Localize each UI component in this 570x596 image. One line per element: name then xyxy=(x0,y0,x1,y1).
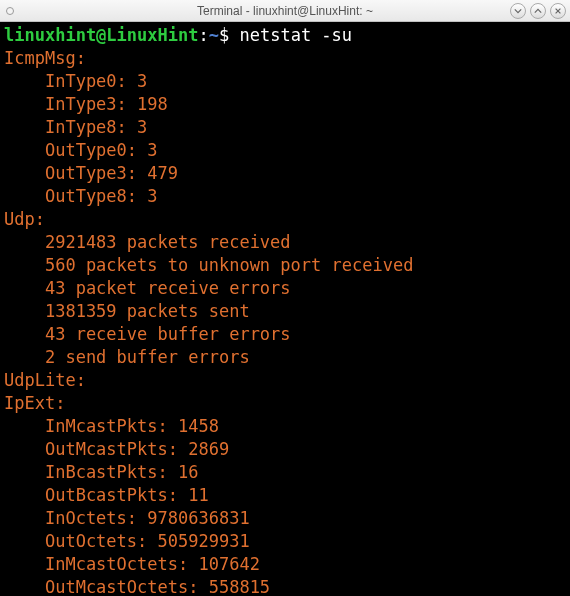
window-controls xyxy=(510,3,566,19)
output-line: 1381359 packets sent xyxy=(4,300,566,323)
output-line: InType3: 198 xyxy=(4,93,566,116)
chevron-up-icon xyxy=(534,7,542,15)
output-line: InType0: 3 xyxy=(4,70,566,93)
output-line: OutOctets: 505929931 xyxy=(4,530,566,553)
output-line: InMcastOctets: 107642 xyxy=(4,553,566,576)
window-title: Terminal - linuxhint@LinuxHint: ~ xyxy=(197,4,373,18)
output-line: 2 send buffer errors xyxy=(4,346,566,369)
prompt-path: ~ xyxy=(209,25,219,45)
icmp-header: IcmpMsg: xyxy=(4,47,566,70)
output-line: 560 packets to unknown port received xyxy=(4,254,566,277)
maximize-button[interactable] xyxy=(530,3,546,19)
command-text: netstat -su xyxy=(229,25,352,45)
udp-header: Udp: xyxy=(4,208,566,231)
prompt-user-host: linuxhint@LinuxHint xyxy=(4,25,198,45)
udplite-header: UdpLite: xyxy=(4,369,566,392)
output-line: OutBcastPkts: 11 xyxy=(4,484,566,507)
output-line: OutMcastOctets: 558815 xyxy=(4,576,566,596)
output-line: OutMcastPkts: 2869 xyxy=(4,438,566,461)
output-line: InBcastPkts: 16 xyxy=(4,461,566,484)
output-line: OutType8: 3 xyxy=(4,185,566,208)
prompt-dollar: $ xyxy=(219,25,229,45)
window-titlebar: Terminal - linuxhint@LinuxHint: ~ xyxy=(0,0,570,22)
output-line: 43 packet receive errors xyxy=(4,277,566,300)
output-line: OutType3: 479 xyxy=(4,162,566,185)
output-line: InOctets: 9780636831 xyxy=(4,507,566,530)
output-line: 43 receive buffer errors xyxy=(4,323,566,346)
output-line: InMcastPkts: 1458 xyxy=(4,415,566,438)
output-line: 2921483 packets received xyxy=(4,231,566,254)
terminal-content[interactable]: linuxhint@LinuxHint:~$ netstat -su IcmpM… xyxy=(0,22,570,596)
ipext-header: IpExt: xyxy=(4,392,566,415)
close-button[interactable] xyxy=(550,3,566,19)
chevron-down-icon xyxy=(514,7,522,15)
command-value: netstat -su xyxy=(239,25,352,45)
titlebar-menu-dot[interactable] xyxy=(6,7,14,15)
prompt-colon: : xyxy=(198,25,208,45)
minimize-button[interactable] xyxy=(510,3,526,19)
output-line: OutType0: 3 xyxy=(4,139,566,162)
output-line: InType8: 3 xyxy=(4,116,566,139)
close-icon xyxy=(554,7,562,15)
